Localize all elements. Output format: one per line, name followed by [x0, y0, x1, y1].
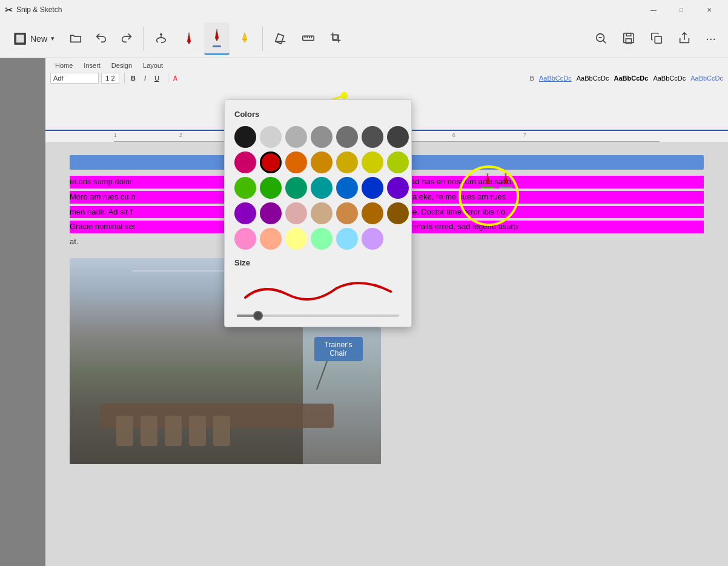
size-label: Size: [234, 258, 402, 267]
color-swatch[interactable]: [285, 151, 307, 173]
zoom-button[interactable]: [588, 22, 614, 55]
color-swatch[interactable]: [260, 151, 282, 173]
redo-button[interactable]: [115, 22, 138, 55]
color-swatch[interactable]: [234, 228, 256, 250]
color-swatch[interactable]: [362, 126, 383, 148]
word-tab-layout[interactable]: Layout: [138, 61, 168, 70]
word-intense-e: AaBbCcDc: [577, 75, 609, 82]
new-icon: 🔲: [13, 32, 27, 45]
color-swatch[interactable]: [260, 202, 282, 224]
app-title: Snip & Sketch: [16, 5, 640, 14]
color-swatch[interactable]: [260, 177, 282, 199]
size-slider[interactable]: [237, 315, 399, 317]
app-icon: ✂: [5, 4, 13, 16]
word-font-dropdown[interactable]: Adf: [50, 73, 99, 84]
color-swatch[interactable]: [285, 202, 307, 224]
word-size-dropdown[interactable]: 1 2: [101, 73, 119, 84]
word-tab-design[interactable]: Design: [107, 61, 137, 70]
undo-button[interactable]: [90, 22, 113, 55]
word-bold[interactable]: B: [127, 73, 139, 83]
chair-2: [141, 416, 157, 446]
color-swatch[interactable]: [260, 228, 282, 250]
color-swatch[interactable]: [311, 177, 333, 199]
chair-1: [116, 416, 133, 446]
color-swatch[interactable]: [311, 202, 333, 224]
svg-rect-20: [655, 36, 662, 43]
color-swatch[interactable]: [260, 126, 282, 148]
ballpoint-icon: [182, 32, 196, 46]
color-swatch[interactable]: [234, 202, 256, 224]
word-underline[interactable]: U: [151, 73, 163, 83]
color-swatch[interactable]: [285, 228, 307, 250]
ballpoint-pen-button[interactable]: [176, 22, 202, 55]
more-button[interactable]: ···: [700, 22, 722, 55]
pencil-icon: [210, 28, 223, 43]
right-toolbar: ···: [588, 22, 722, 55]
main-toolbar: 🔲 New ▾: [0, 19, 728, 58]
color-swatch[interactable]: [387, 126, 409, 148]
color-swatch[interactable]: [311, 151, 333, 173]
eraser-icon: [274, 32, 287, 46]
color-swatch[interactable]: [362, 177, 383, 199]
word-toolbar: Adf 1 2 B I U A B AaBbCcDc AaBbCcDc Aa: [50, 73, 723, 84]
separator-2: [262, 27, 263, 51]
trainer-chair-label: Trainer'sChair: [314, 337, 363, 361]
main-content: Home Insert Design Layout Adf 1 2 B I U: [0, 58, 728, 566]
color-swatch[interactable]: [336, 126, 358, 148]
colors-label: Colors: [234, 110, 402, 119]
color-swatch[interactable]: [362, 151, 383, 173]
color-swatch[interactable]: [362, 228, 383, 250]
color-swatch[interactable]: [311, 228, 333, 250]
title-bar: ✂ Snip & Sketch — □ ✕: [0, 0, 728, 19]
color-swatch[interactable]: [234, 126, 256, 148]
copy-button[interactable]: [644, 22, 669, 55]
maximize-button[interactable]: □: [667, 0, 695, 19]
zoom-icon: [594, 32, 607, 46]
new-button[interactable]: 🔲 New ▾: [6, 22, 62, 55]
chair-4: [189, 416, 206, 446]
eraser-button[interactable]: [268, 22, 293, 55]
close-button[interactable]: ✕: [695, 0, 723, 19]
pen-color-bar-2: [499, 187, 512, 188]
pencil-button[interactable]: [204, 22, 230, 55]
color-swatch[interactable]: [285, 177, 307, 199]
word-font-color[interactable]: A: [173, 75, 177, 82]
redo-icon: [120, 32, 133, 46]
more-icon: ···: [706, 32, 716, 45]
word-tabs: Home Insert Design Layout: [50, 61, 723, 70]
save-icon: [622, 32, 635, 46]
word-tab-insert[interactable]: Insert: [79, 61, 105, 70]
color-swatch[interactable]: [311, 126, 333, 148]
crop-button[interactable]: [323, 22, 349, 55]
ruler-button[interactable]: [296, 22, 321, 55]
window-controls: — □ ✕: [640, 0, 723, 19]
color-swatch[interactable]: [336, 202, 358, 224]
color-swatch[interactable]: [387, 202, 409, 224]
word-italic[interactable]: I: [141, 73, 150, 83]
chairs-row: [116, 416, 230, 446]
color-swatch[interactable]: [234, 151, 256, 173]
word-tab-home[interactable]: Home: [50, 61, 78, 70]
share-button[interactable]: [672, 22, 697, 55]
folder-icon: [69, 32, 82, 46]
size-slider-thumb[interactable]: [253, 311, 263, 321]
save-button[interactable]: [616, 22, 641, 55]
size-slider-container: [234, 315, 402, 317]
color-swatch[interactable]: [336, 151, 358, 173]
minimize-button[interactable]: —: [640, 0, 667, 19]
open-button[interactable]: [64, 22, 87, 55]
size-preview: [234, 273, 402, 310]
touch-write-button[interactable]: [148, 22, 174, 55]
color-swatch[interactable]: [336, 228, 358, 250]
color-swatch[interactable]: [234, 177, 256, 199]
color-grid: [234, 126, 402, 250]
color-swatch[interactable]: [387, 151, 409, 173]
highlighter-icon: [238, 32, 251, 46]
color-swatch[interactable]: [285, 126, 307, 148]
word-strong: AaBbCcDc: [614, 75, 649, 82]
pen-tool-2: [499, 172, 512, 188]
highlighter-button[interactable]: [232, 22, 257, 55]
color-swatch[interactable]: [336, 177, 358, 199]
color-swatch[interactable]: [362, 202, 383, 224]
color-swatch[interactable]: [387, 177, 409, 199]
